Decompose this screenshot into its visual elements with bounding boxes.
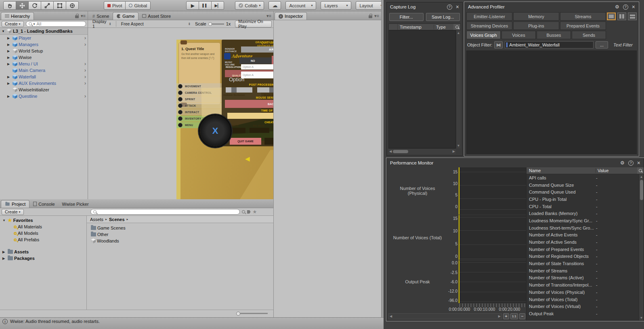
search-by-type-icon[interactable] — [242, 210, 245, 213]
expand-arrow-icon[interactable]: ▶ — [7, 43, 11, 46]
hierarchy-item[interactable]: ▶ Player › — [0, 35, 88, 41]
assets-root[interactable]: ▶ Assets — [0, 249, 86, 255]
panel-menu-icon[interactable]: ▾≡ — [81, 13, 86, 19]
tab-asset-store[interactable]: Asset Store — [138, 12, 174, 20]
search-by-label-icon[interactable] — [247, 210, 251, 214]
counter-row[interactable]: Number of Streams (Active) - — [527, 274, 639, 282]
global-toggle-button[interactable]: Global — [125, 1, 151, 10]
layout-single-icon[interactable] — [607, 13, 616, 20]
step-button[interactable]: ▶▏ — [211, 1, 224, 10]
column-type[interactable]: Type — [434, 25, 453, 30]
zoom-reset-button[interactable]: 1:1 — [510, 313, 518, 319]
asset-item[interactable]: Woodlands — [91, 238, 269, 244]
gear-icon[interactable]: ⚙ — [620, 160, 625, 166]
profiler-tab[interactable]: Busses — [537, 31, 571, 39]
pause-button[interactable]: ▌▌ — [199, 1, 212, 10]
timeline-scrollbar[interactable]: ◀▶ — [388, 313, 502, 319]
tab-wwise-picker[interactable]: Wwise Picker — [59, 200, 92, 208]
tab-inspector[interactable]: iInspector — [275, 12, 307, 20]
nav-arrow-left-icon[interactable]: ◀ — [245, 155, 250, 162]
profiler-tab[interactable]: Prepared Events — [560, 21, 606, 30]
favorites-item[interactable]: All Prefabs — [0, 236, 86, 243]
hierarchy-item[interactable]: ▶ Managers › — [0, 41, 88, 48]
close-icon[interactable]: × — [632, 4, 635, 10]
counter-row[interactable]: Number of Voices (Total) - — [527, 296, 639, 303]
scale-slider[interactable] — [208, 22, 224, 26]
expand-arrow-icon[interactable]: ▶ — [2, 257, 6, 260]
tab-hierarchy[interactable]: Hierarchy — [1, 12, 34, 20]
column-value[interactable]: Value — [596, 168, 637, 173]
counter-row[interactable]: CPU - Plug-in Total - — [527, 196, 639, 203]
counter-row[interactable]: Loudness Short-term/Sync Gro... - — [527, 224, 639, 232]
scene-header-row[interactable]: ▼ L3_1 - Loading SoundBanks — [0, 28, 88, 35]
foldout-arrow-icon[interactable]: ▼ — [2, 30, 5, 33]
object-filter-selector-icon[interactable]: ⋈ — [494, 41, 503, 49]
expand-arrow-icon[interactable]: ▶ — [7, 95, 11, 98]
collab-button[interactable]: ✓ Collab▾ — [235, 1, 264, 10]
counter-row[interactable]: Number of Voices (Physical) - — [527, 289, 639, 296]
zoom-out-button[interactable]: − — [519, 313, 525, 319]
column-timestamp[interactable]: Timestamp — [398, 25, 434, 30]
counter-row[interactable]: Command Queue Size - — [527, 181, 639, 189]
prefab-chevron-icon[interactable]: › — [84, 93, 86, 99]
thumbnail-size-slider[interactable] — [236, 312, 268, 316]
vertical-scrollbar[interactable]: ▲▼ — [456, 30, 461, 148]
transform-tool-button[interactable] — [66, 1, 79, 10]
counter-row[interactable]: Number of Active Sends - — [527, 238, 639, 246]
panel-menu-icon[interactable]: ▾≡ — [374, 13, 379, 19]
counter-row[interactable]: API calls - — [527, 174, 639, 181]
search-icon[interactable] — [637, 167, 644, 174]
vertical-scrollbar[interactable]: ▲▼ — [639, 174, 644, 321]
favorites-item[interactable]: All Materials — [0, 224, 86, 230]
profiler-tab[interactable]: Streams — [560, 12, 606, 21]
counter-row[interactable]: Loaded Banks (Memory) - — [527, 210, 639, 217]
lock-icon[interactable] — [369, 15, 372, 18]
expand-arrow-icon[interactable]: ▶ — [7, 56, 11, 59]
hierarchy-item[interactable]: ▶ Wwise › — [0, 54, 88, 61]
counter-row[interactable]: Output Peak - — [527, 310, 639, 317]
gear-icon[interactable]: ⚙ — [615, 4, 619, 10]
graph-plot[interactable] — [459, 167, 526, 215]
browse-button[interactable]: ... — [596, 41, 608, 49]
pivot-toggle-button[interactable]: Pivot — [104, 1, 126, 10]
counter-row[interactable]: Number of Active Events - — [527, 232, 639, 239]
help-icon[interactable]: ? — [447, 4, 452, 10]
cloud-button[interactable]: ☁ — [269, 1, 281, 10]
prefab-chevron-icon[interactable]: › — [84, 61, 86, 67]
play-button[interactable]: ▶ — [186, 1, 199, 10]
counter-row[interactable]: Number of Voices (Virtual) - — [527, 303, 639, 310]
project-create-button[interactable]: Create▾ — [2, 209, 24, 215]
help-icon[interactable]: ? — [623, 4, 628, 10]
project-search-input[interactable] — [90, 209, 240, 215]
packages-root[interactable]: ▶ Packages — [0, 255, 86, 262]
tab-game[interactable]: Game — [113, 12, 138, 20]
display-dropdown[interactable]: Display 1⇕ — [90, 21, 114, 27]
prefab-chevron-icon[interactable]: › — [84, 74, 86, 80]
counter-row[interactable]: Number of Registered Objects - — [527, 253, 639, 260]
favorites-filter-icon[interactable]: ★ — [253, 209, 257, 215]
profiler-tab[interactable]: Sends — [572, 31, 606, 39]
foldout-arrow-icon[interactable]: ▼ — [2, 219, 6, 222]
counter-row[interactable]: Number of State Transitions - — [527, 260, 639, 267]
counter-row[interactable]: Number of Streams - — [527, 267, 639, 274]
text-filter-input[interactable]: Text Filter — [610, 42, 636, 47]
aspect-dropdown[interactable]: Free Aspect⇕ — [118, 21, 193, 27]
profiler-tab[interactable]: Memory — [513, 12, 559, 21]
breadcrumb-current[interactable]: Scenes — [109, 217, 125, 222]
counter-row[interactable]: Number of Prepared Events - — [527, 246, 639, 253]
big-head-button[interactable] — [250, 128, 269, 133]
panel-menu-icon[interactable]: ▾≡ — [266, 13, 271, 19]
scale-tool-button[interactable] — [41, 1, 54, 10]
asset-item[interactable]: Other — [91, 231, 269, 238]
voices-graph-canvas[interactable] — [466, 51, 637, 154]
layout-split-horizontal-icon[interactable] — [628, 13, 637, 20]
move-tool-button[interactable] — [16, 1, 29, 10]
profiler-tab[interactable]: Voices — [501, 31, 536, 39]
graph-plot[interactable] — [459, 260, 526, 303]
status-bar[interactable]: ! Wwise: Audio thread resumed, audio res… — [0, 317, 384, 329]
help-icon[interactable]: ? — [628, 160, 634, 166]
zoom-in-button[interactable]: + — [503, 313, 509, 319]
menu-joystick[interactable]: X — [200, 116, 231, 146]
hierarchy-create-button[interactable]: Create▾ — [2, 21, 24, 27]
profiler-tab[interactable]: Streaming Devices — [466, 21, 512, 30]
